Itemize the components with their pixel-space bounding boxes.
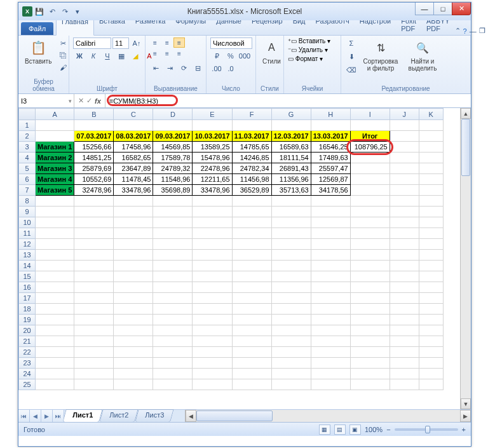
cell[interactable] xyxy=(419,250,443,261)
cell[interactable] xyxy=(232,120,271,131)
cell[interactable] xyxy=(390,196,419,207)
row-header-18[interactable]: 18 xyxy=(19,304,36,315)
cell[interactable] xyxy=(419,336,443,347)
cell[interactable] xyxy=(36,207,74,217)
worksheet-grid[interactable]: ABCDEFGHIJK1207.03.201708.03.201709.03.2… xyxy=(18,108,471,409)
col-header-F[interactable]: F xyxy=(232,109,271,120)
cell[interactable] xyxy=(193,369,232,379)
cell[interactable] xyxy=(390,207,419,217)
cell[interactable] xyxy=(311,336,350,347)
data-cell[interactable]: 12211,65 xyxy=(193,174,232,185)
cell[interactable] xyxy=(114,379,153,390)
data-cell[interactable]: 14246,85 xyxy=(232,153,271,163)
autosum-icon[interactable]: Σ xyxy=(345,37,358,49)
clear-icon[interactable]: ⌫ xyxy=(345,64,358,76)
next-sheet-icon[interactable]: ▶ xyxy=(41,410,53,422)
row-header-20[interactable]: 20 xyxy=(19,325,36,336)
cell[interactable] xyxy=(419,217,443,228)
cell[interactable] xyxy=(153,217,193,228)
cell[interactable] xyxy=(153,120,193,131)
cell[interactable] xyxy=(311,315,350,325)
col-header-E[interactable]: E xyxy=(193,109,232,120)
cell[interactable] xyxy=(114,325,153,336)
row-header-22[interactable]: 22 xyxy=(19,347,36,358)
cell[interactable] xyxy=(153,315,193,325)
cell[interactable] xyxy=(232,196,271,207)
col-header-K[interactable]: K xyxy=(419,109,443,120)
cell[interactable] xyxy=(419,142,443,153)
cell[interactable] xyxy=(232,271,271,282)
cell[interactable] xyxy=(271,282,311,293)
cell[interactable] xyxy=(419,196,443,207)
cell[interactable] xyxy=(311,304,350,315)
cell[interactable] xyxy=(153,358,193,369)
cell[interactable] xyxy=(193,217,232,228)
cell[interactable] xyxy=(193,325,232,336)
cell[interactable] xyxy=(390,271,419,282)
cell[interactable] xyxy=(350,207,390,217)
cell[interactable] xyxy=(419,228,443,239)
cell[interactable] xyxy=(419,271,443,282)
cell[interactable] xyxy=(74,196,114,207)
store-name[interactable]: Магазин 3 xyxy=(36,163,74,174)
cell[interactable] xyxy=(271,217,311,228)
cell[interactable] xyxy=(311,271,350,282)
cell[interactable] xyxy=(350,250,390,261)
row-header-21[interactable]: 21 xyxy=(19,336,36,347)
cell[interactable] xyxy=(114,120,153,131)
cell[interactable] xyxy=(390,228,419,239)
cell[interactable] xyxy=(311,239,350,250)
row-header-15[interactable]: 15 xyxy=(19,271,36,282)
row-header-9[interactable]: 9 xyxy=(19,207,36,217)
cell[interactable] xyxy=(390,261,419,271)
cell[interactable] xyxy=(311,250,350,261)
format-painter-icon[interactable]: 🖌 xyxy=(57,62,69,73)
cell[interactable] xyxy=(36,120,74,131)
data-cell[interactable]: 22478,96 xyxy=(193,163,232,174)
cell[interactable] xyxy=(271,196,311,207)
cell[interactable] xyxy=(74,217,114,228)
qat-dropdown-icon[interactable]: ▾ xyxy=(72,6,83,17)
cell[interactable] xyxy=(350,293,390,304)
col-header-B[interactable]: B xyxy=(74,109,114,120)
cell[interactable] xyxy=(271,239,311,250)
data-cell[interactable]: 15478,96 xyxy=(193,153,232,163)
cell[interactable] xyxy=(36,293,74,304)
cell[interactable] xyxy=(311,261,350,271)
row-header-23[interactable]: 23 xyxy=(19,358,36,369)
horizontal-scrollbar[interactable]: ◀ ▶ xyxy=(185,410,471,422)
cell[interactable] xyxy=(114,358,153,369)
page-layout-view-icon[interactable]: ▤ xyxy=(334,424,346,435)
cell[interactable] xyxy=(390,120,419,131)
cell[interactable] xyxy=(74,250,114,261)
cell[interactable] xyxy=(74,325,114,336)
cell[interactable] xyxy=(114,207,153,217)
paste-button[interactable]: 📋 Вставить xyxy=(22,37,54,66)
cell[interactable] xyxy=(350,315,390,325)
cell[interactable] xyxy=(36,358,74,369)
cell[interactable] xyxy=(311,358,350,369)
cell[interactable] xyxy=(271,293,311,304)
cell[interactable] xyxy=(311,217,350,228)
data-cell[interactable]: 10552,69 xyxy=(74,174,114,185)
data-cell[interactable]: 17458,96 xyxy=(114,142,153,153)
italic-icon[interactable]: К xyxy=(87,50,100,62)
cell[interactable] xyxy=(419,163,443,174)
data-cell[interactable]: 12569,87 xyxy=(311,174,350,185)
cancel-formula-icon[interactable]: ✕ xyxy=(78,97,84,105)
cell[interactable] xyxy=(114,347,153,358)
prev-sheet-icon[interactable]: ◀ xyxy=(30,410,41,422)
row-header-3[interactable]: 3 xyxy=(19,142,36,153)
cut-icon[interactable]: ✂ xyxy=(57,37,69,49)
zoom-level[interactable]: 100% xyxy=(365,426,383,433)
cell[interactable] xyxy=(232,347,271,358)
data-cell[interactable]: 14851,25 xyxy=(74,153,114,163)
row-header-17[interactable]: 17 xyxy=(19,293,36,304)
cell[interactable] xyxy=(390,217,419,228)
alignment-grid[interactable]: ≡≡≡ ≡≡≡ xyxy=(149,37,185,58)
cell[interactable] xyxy=(271,304,311,315)
cell[interactable] xyxy=(419,120,443,131)
data-cell[interactable]: 15256,66 xyxy=(74,142,114,153)
cell[interactable] xyxy=(419,369,443,379)
header-date[interactable]: 10.03.2017 xyxy=(193,131,232,142)
